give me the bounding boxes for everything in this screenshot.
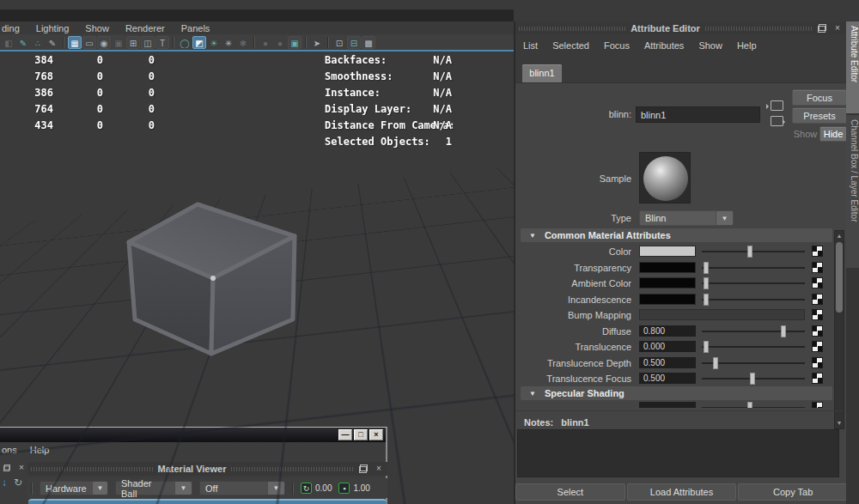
value-field[interactable]: 0.800 — [639, 325, 696, 337]
hypershade-titlebar[interactable]: — □ × — [0, 428, 386, 442]
map-button[interactable] — [812, 294, 823, 305]
image-plane-icon[interactable]: ◧ — [2, 36, 15, 49]
value-field[interactable]: 0.000 — [639, 341, 696, 352]
hypershade-menu-item-help[interactable]: Help — [30, 445, 50, 455]
output-connection-icon[interactable] — [771, 116, 783, 126]
value-field[interactable]: 0.500 — [639, 373, 696, 384]
focus-button[interactable]: Focus — [792, 89, 847, 106]
float-panel-icon[interactable] — [358, 464, 369, 474]
slider-handle[interactable] — [747, 246, 752, 258]
tab-blinn1[interactable]: blinn1 — [522, 64, 562, 82]
scroll-down-icon[interactable]: ▼ — [835, 419, 844, 428]
ae-menu-item-attributes[interactable]: Attributes — [644, 40, 684, 51]
material-sample-swatch[interactable] — [639, 152, 691, 203]
renderer-dropdown[interactable]: Hardware ▼ — [40, 481, 108, 495]
resolution-gate-icon[interactable]: ◉ — [97, 36, 111, 49]
map-button[interactable] — [812, 373, 823, 384]
load-attributes-button[interactable]: Load Attributes — [627, 483, 737, 501]
close-button[interactable]: × — [369, 429, 383, 440]
slider-track[interactable] — [702, 362, 805, 364]
presets-button[interactable]: Presets — [792, 107, 847, 124]
snap-points-icon[interactable]: ∴ — [31, 36, 45, 49]
tab-channel-box-layer-editor[interactable]: Channel Box / Layer Editor — [846, 115, 859, 268]
slider-handle[interactable] — [781, 325, 786, 337]
slider-handle[interactable] — [704, 262, 709, 274]
ae-menu-item-list[interactable]: List — [523, 40, 538, 51]
grid-icon[interactable]: ▦ — [68, 36, 82, 49]
slider-track[interactable] — [702, 282, 805, 284]
exposure-field[interactable]: ↻ 0.00 — [301, 483, 332, 494]
section-common-material-attributes[interactable]: ▼ Common Material Attributes — [521, 228, 832, 242]
ae-menu-item-selected[interactable]: Selected — [552, 40, 589, 51]
geometry-dropdown[interactable]: Shader Ball ▼ — [115, 481, 192, 495]
gamma-field[interactable]: ▪ 1.00 — [338, 483, 369, 494]
color-swatch[interactable] — [639, 262, 696, 273]
close-panel-icon[interactable]: × — [16, 463, 27, 473]
close-panel-icon[interactable]: × — [832, 23, 843, 33]
map-button[interactable] — [812, 402, 823, 408]
scrollbar-thumb[interactable] — [836, 242, 843, 313]
map-button[interactable] — [812, 277, 823, 288]
map-button[interactable] — [812, 357, 823, 368]
slider-track[interactable] — [702, 251, 805, 252]
xray-joints-icon[interactable]: ⊟ — [347, 36, 361, 49]
refresh-icon[interactable]: ↻ — [14, 477, 22, 489]
color-swatch[interactable] — [639, 294, 696, 305]
menu-item-panels[interactable]: Panels — [181, 23, 210, 33]
map-button[interactable] — [812, 309, 823, 320]
slider-handle[interactable] — [704, 341, 709, 353]
exposure-icon[interactable]: ▩ — [362, 36, 375, 49]
color-swatch[interactable] — [639, 246, 696, 257]
environment-dropdown[interactable]: Off ▼ — [199, 481, 285, 495]
attribute-editor-titlebar[interactable]: Attribute Editor × — [515, 21, 846, 35]
float-panel-icon[interactable] — [817, 23, 827, 33]
slider-handle[interactable] — [750, 373, 755, 385]
texture-field[interactable] — [639, 309, 805, 320]
sort-down-icon[interactable]: ↓ — [2, 477, 7, 489]
textured-icon[interactable]: ● — [259, 36, 272, 49]
menu-item-lighting[interactable]: Lighting — [36, 23, 70, 33]
slider-track[interactable] — [702, 267, 805, 269]
gate-mask-icon[interactable]: ▣ — [112, 36, 125, 49]
menu-item-renderer[interactable]: Renderer — [125, 23, 165, 33]
select-cursor-icon[interactable]: ➤ — [310, 36, 324, 49]
ae-menu-item-focus[interactable]: Focus — [604, 40, 630, 51]
slider-track[interactable] — [702, 346, 805, 348]
material-viewer-titlebar[interactable]: Material Viewer × — [27, 462, 387, 476]
vertical-scrollbar[interactable]: ▲ ▼ — [834, 230, 844, 429]
slider-track[interactable] — [702, 378, 805, 380]
all-lights-icon[interactable]: ☀ — [207, 36, 221, 49]
node-name-field[interactable]: blinn1 — [636, 106, 760, 123]
hide-button[interactable]: Hide — [819, 126, 847, 142]
slider-handle[interactable] — [713, 357, 718, 369]
safe-title-icon[interactable]: T — [155, 36, 169, 49]
safe-action-icon[interactable]: ◫ — [141, 36, 155, 49]
isolate-select-icon[interactable]: ▣ — [288, 36, 302, 49]
scroll-up-icon[interactable]: ▲ — [835, 232, 844, 240]
ao-icon[interactable]: ✱ — [236, 36, 250, 49]
input-connection-icon[interactable] — [771, 100, 783, 111]
tab-attribute-editor[interactable]: Attribute Editor — [846, 21, 859, 113]
material-type-dropdown[interactable]: Blinn ▼ — [639, 210, 734, 226]
slider-handle[interactable] — [704, 294, 709, 306]
menu-item-ding[interactable]: ding — [2, 23, 20, 33]
select-button[interactable]: Select — [515, 483, 625, 501]
hypershade-menu-item-ons[interactable]: ons — [2, 445, 17, 455]
float-panel-icon[interactable] — [3, 464, 11, 472]
color-swatch[interactable] — [639, 277, 696, 288]
map-button[interactable] — [812, 325, 823, 337]
motion-blur-icon[interactable]: ● — [273, 36, 287, 49]
menu-item-show[interactable]: Show — [85, 23, 109, 33]
close-panel-icon[interactable]: × — [374, 464, 384, 474]
slider-handle[interactable] — [704, 277, 709, 289]
map-button[interactable] — [812, 341, 823, 352]
minimize-button[interactable]: — — [338, 429, 352, 440]
pencil-icon[interactable]: ✎ — [46, 36, 59, 49]
field-chart-icon[interactable]: ⊞ — [126, 36, 140, 49]
map-button[interactable] — [812, 246, 823, 257]
maximize-button[interactable]: □ — [354, 429, 368, 440]
ae-menu-item-help[interactable]: Help — [737, 40, 757, 51]
copy-tab-button[interactable]: Copy Tab — [738, 483, 848, 501]
shaded-cube-icon[interactable]: ◩ — [192, 36, 206, 49]
xray-icon[interactable]: ⊡ — [332, 36, 346, 49]
